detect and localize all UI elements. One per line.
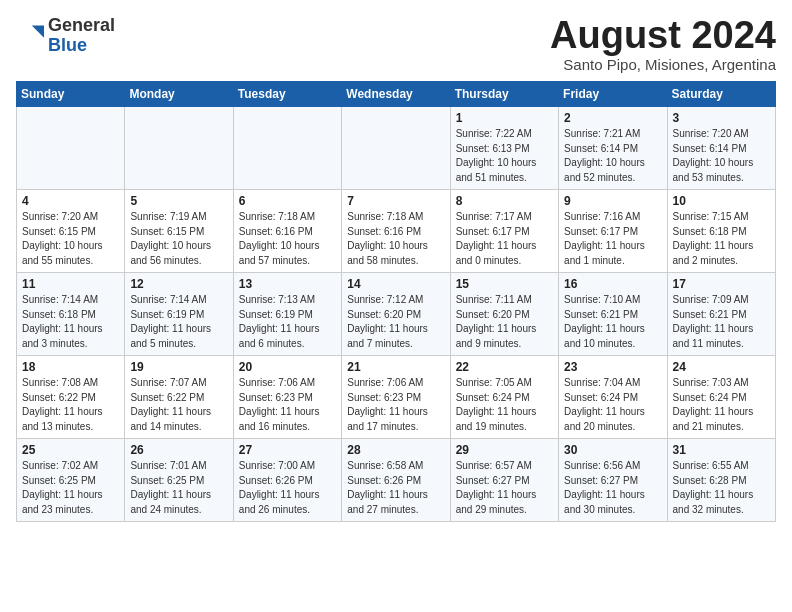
day-info: Sunrise: 6:55 AM Sunset: 6:28 PM Dayligh… <box>673 459 770 517</box>
calendar-week-row: 25Sunrise: 7:02 AM Sunset: 6:25 PM Dayli… <box>17 439 776 522</box>
calendar-cell <box>233 107 341 190</box>
calendar-cell: 9Sunrise: 7:16 AM Sunset: 6:17 PM Daylig… <box>559 190 667 273</box>
day-info: Sunrise: 7:22 AM Sunset: 6:13 PM Dayligh… <box>456 127 553 185</box>
day-number: 14 <box>347 277 444 291</box>
day-info: Sunrise: 7:06 AM Sunset: 6:23 PM Dayligh… <box>347 376 444 434</box>
calendar-cell: 11Sunrise: 7:14 AM Sunset: 6:18 PM Dayli… <box>17 273 125 356</box>
calendar-cell: 10Sunrise: 7:15 AM Sunset: 6:18 PM Dayli… <box>667 190 775 273</box>
page-header: General Blue August 2024 Santo Pipo, Mis… <box>16 16 776 73</box>
day-number: 30 <box>564 443 661 457</box>
calendar-cell: 15Sunrise: 7:11 AM Sunset: 6:20 PM Dayli… <box>450 273 558 356</box>
weekday-header: Tuesday <box>233 82 341 107</box>
day-info: Sunrise: 7:04 AM Sunset: 6:24 PM Dayligh… <box>564 376 661 434</box>
calendar-cell: 22Sunrise: 7:05 AM Sunset: 6:24 PM Dayli… <box>450 356 558 439</box>
logo-blue: Blue <box>48 35 87 55</box>
day-info: Sunrise: 7:06 AM Sunset: 6:23 PM Dayligh… <box>239 376 336 434</box>
day-number: 5 <box>130 194 227 208</box>
weekday-header: Wednesday <box>342 82 450 107</box>
svg-marker-0 <box>32 25 44 37</box>
calendar-cell: 27Sunrise: 7:00 AM Sunset: 6:26 PM Dayli… <box>233 439 341 522</box>
calendar-cell: 7Sunrise: 7:18 AM Sunset: 6:16 PM Daylig… <box>342 190 450 273</box>
day-number: 2 <box>564 111 661 125</box>
day-info: Sunrise: 7:17 AM Sunset: 6:17 PM Dayligh… <box>456 210 553 268</box>
day-number: 19 <box>130 360 227 374</box>
day-number: 7 <box>347 194 444 208</box>
day-number: 28 <box>347 443 444 457</box>
day-info: Sunrise: 7:16 AM Sunset: 6:17 PM Dayligh… <box>564 210 661 268</box>
day-info: Sunrise: 7:15 AM Sunset: 6:18 PM Dayligh… <box>673 210 770 268</box>
day-number: 12 <box>130 277 227 291</box>
day-info: Sunrise: 7:20 AM Sunset: 6:15 PM Dayligh… <box>22 210 119 268</box>
weekday-header: Monday <box>125 82 233 107</box>
calendar-cell: 1Sunrise: 7:22 AM Sunset: 6:13 PM Daylig… <box>450 107 558 190</box>
logo: General Blue <box>16 16 115 56</box>
calendar-cell: 23Sunrise: 7:04 AM Sunset: 6:24 PM Dayli… <box>559 356 667 439</box>
day-number: 21 <box>347 360 444 374</box>
calendar-subtitle: Santo Pipo, Misiones, Argentina <box>550 56 776 73</box>
calendar-cell: 2Sunrise: 7:21 AM Sunset: 6:14 PM Daylig… <box>559 107 667 190</box>
weekday-header-row: SundayMondayTuesdayWednesdayThursdayFrid… <box>17 82 776 107</box>
calendar-cell: 21Sunrise: 7:06 AM Sunset: 6:23 PM Dayli… <box>342 356 450 439</box>
calendar-week-row: 1Sunrise: 7:22 AM Sunset: 6:13 PM Daylig… <box>17 107 776 190</box>
day-info: Sunrise: 7:00 AM Sunset: 6:26 PM Dayligh… <box>239 459 336 517</box>
day-info: Sunrise: 7:13 AM Sunset: 6:19 PM Dayligh… <box>239 293 336 351</box>
day-number: 15 <box>456 277 553 291</box>
calendar-cell: 12Sunrise: 7:14 AM Sunset: 6:19 PM Dayli… <box>125 273 233 356</box>
day-number: 20 <box>239 360 336 374</box>
day-number: 27 <box>239 443 336 457</box>
calendar-cell: 17Sunrise: 7:09 AM Sunset: 6:21 PM Dayli… <box>667 273 775 356</box>
day-info: Sunrise: 6:57 AM Sunset: 6:27 PM Dayligh… <box>456 459 553 517</box>
day-number: 10 <box>673 194 770 208</box>
day-info: Sunrise: 7:05 AM Sunset: 6:24 PM Dayligh… <box>456 376 553 434</box>
calendar-cell: 19Sunrise: 7:07 AM Sunset: 6:22 PM Dayli… <box>125 356 233 439</box>
day-number: 16 <box>564 277 661 291</box>
calendar-week-row: 18Sunrise: 7:08 AM Sunset: 6:22 PM Dayli… <box>17 356 776 439</box>
day-number: 4 <box>22 194 119 208</box>
day-info: Sunrise: 7:20 AM Sunset: 6:14 PM Dayligh… <box>673 127 770 185</box>
day-info: Sunrise: 7:21 AM Sunset: 6:14 PM Dayligh… <box>564 127 661 185</box>
calendar-table: SundayMondayTuesdayWednesdayThursdayFrid… <box>16 81 776 522</box>
day-number: 1 <box>456 111 553 125</box>
day-info: Sunrise: 7:02 AM Sunset: 6:25 PM Dayligh… <box>22 459 119 517</box>
calendar-cell: 24Sunrise: 7:03 AM Sunset: 6:24 PM Dayli… <box>667 356 775 439</box>
day-info: Sunrise: 6:56 AM Sunset: 6:27 PM Dayligh… <box>564 459 661 517</box>
calendar-cell: 14Sunrise: 7:12 AM Sunset: 6:20 PM Dayli… <box>342 273 450 356</box>
day-info: Sunrise: 7:11 AM Sunset: 6:20 PM Dayligh… <box>456 293 553 351</box>
day-info: Sunrise: 7:14 AM Sunset: 6:18 PM Dayligh… <box>22 293 119 351</box>
weekday-header: Thursday <box>450 82 558 107</box>
title-block: August 2024 Santo Pipo, Misiones, Argent… <box>550 16 776 73</box>
calendar-cell: 31Sunrise: 6:55 AM Sunset: 6:28 PM Dayli… <box>667 439 775 522</box>
day-info: Sunrise: 7:01 AM Sunset: 6:25 PM Dayligh… <box>130 459 227 517</box>
weekday-header: Saturday <box>667 82 775 107</box>
calendar-cell: 6Sunrise: 7:18 AM Sunset: 6:16 PM Daylig… <box>233 190 341 273</box>
day-number: 13 <box>239 277 336 291</box>
day-info: Sunrise: 7:12 AM Sunset: 6:20 PM Dayligh… <box>347 293 444 351</box>
day-number: 26 <box>130 443 227 457</box>
day-info: Sunrise: 7:10 AM Sunset: 6:21 PM Dayligh… <box>564 293 661 351</box>
logo-icon <box>16 22 44 50</box>
calendar-cell: 28Sunrise: 6:58 AM Sunset: 6:26 PM Dayli… <box>342 439 450 522</box>
day-info: Sunrise: 7:19 AM Sunset: 6:15 PM Dayligh… <box>130 210 227 268</box>
day-info: Sunrise: 7:03 AM Sunset: 6:24 PM Dayligh… <box>673 376 770 434</box>
day-number: 11 <box>22 277 119 291</box>
day-info: Sunrise: 7:09 AM Sunset: 6:21 PM Dayligh… <box>673 293 770 351</box>
calendar-cell: 20Sunrise: 7:06 AM Sunset: 6:23 PM Dayli… <box>233 356 341 439</box>
day-number: 6 <box>239 194 336 208</box>
day-number: 25 <box>22 443 119 457</box>
day-number: 24 <box>673 360 770 374</box>
calendar-cell: 8Sunrise: 7:17 AM Sunset: 6:17 PM Daylig… <box>450 190 558 273</box>
calendar-cell: 13Sunrise: 7:13 AM Sunset: 6:19 PM Dayli… <box>233 273 341 356</box>
day-number: 17 <box>673 277 770 291</box>
calendar-cell: 4Sunrise: 7:20 AM Sunset: 6:15 PM Daylig… <box>17 190 125 273</box>
calendar-cell: 3Sunrise: 7:20 AM Sunset: 6:14 PM Daylig… <box>667 107 775 190</box>
day-number: 9 <box>564 194 661 208</box>
weekday-header: Sunday <box>17 82 125 107</box>
calendar-cell <box>342 107 450 190</box>
calendar-week-row: 4Sunrise: 7:20 AM Sunset: 6:15 PM Daylig… <box>17 190 776 273</box>
day-info: Sunrise: 7:07 AM Sunset: 6:22 PM Dayligh… <box>130 376 227 434</box>
day-info: Sunrise: 7:18 AM Sunset: 6:16 PM Dayligh… <box>239 210 336 268</box>
day-number: 18 <box>22 360 119 374</box>
calendar-cell: 25Sunrise: 7:02 AM Sunset: 6:25 PM Dayli… <box>17 439 125 522</box>
day-number: 3 <box>673 111 770 125</box>
weekday-header: Friday <box>559 82 667 107</box>
